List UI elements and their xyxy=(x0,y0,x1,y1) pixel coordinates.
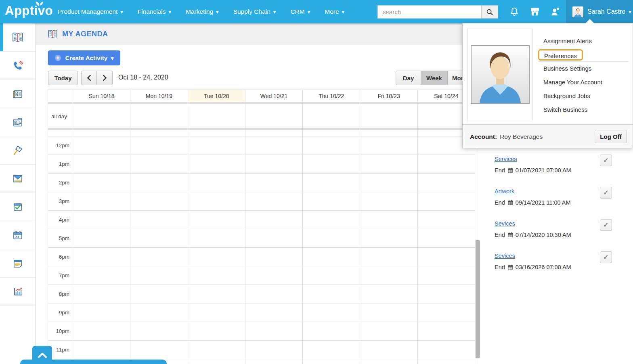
calendar-cell[interactable] xyxy=(188,229,245,247)
calendar-cell[interactable] xyxy=(245,359,303,364)
calendar-cell[interactable] xyxy=(130,104,188,128)
calendar-cell[interactable] xyxy=(73,174,130,192)
calendar-cell[interactable] xyxy=(303,130,360,136)
calendar-cell[interactable] xyxy=(418,155,475,173)
complete-check-button[interactable] xyxy=(600,219,612,231)
calendar-cell[interactable] xyxy=(73,192,130,210)
calendar-cell[interactable] xyxy=(130,174,188,192)
nav-menu-item[interactable]: More xyxy=(325,8,344,15)
calendar-cell[interactable] xyxy=(245,322,303,340)
calendar-cell[interactable] xyxy=(418,303,475,322)
calendar-cell[interactable] xyxy=(360,130,417,136)
calendar-cell[interactable] xyxy=(73,322,130,340)
calendar-cell[interactable] xyxy=(303,211,360,229)
user-menu-item[interactable]: Business Settings xyxy=(543,62,629,75)
sidebar-item-reports[interactable] xyxy=(0,278,35,306)
calendar-cell[interactable] xyxy=(130,266,188,285)
nav-menu-item[interactable]: Financials xyxy=(138,8,171,15)
task-link[interactable]: Sevices xyxy=(495,220,515,227)
calendar-cell[interactable] xyxy=(360,341,417,359)
user-menu-item[interactable]: Switch Business xyxy=(543,103,629,117)
calendar-cell[interactable] xyxy=(245,248,303,266)
calendar-cell[interactable] xyxy=(360,104,417,128)
calendar-cell[interactable] xyxy=(188,136,245,155)
calendar-cell[interactable] xyxy=(73,341,130,359)
calendar-cell[interactable] xyxy=(245,211,303,229)
complete-check-button[interactable] xyxy=(600,187,612,199)
calendar-cell[interactable] xyxy=(245,174,303,192)
calendar-cell[interactable] xyxy=(188,303,245,322)
view-week-button[interactable]: Week xyxy=(421,71,448,85)
user-menu-item[interactable]: Background Jobs xyxy=(543,89,629,103)
calendar-cell[interactable] xyxy=(360,136,417,155)
calendar-cell[interactable] xyxy=(303,248,360,266)
calendar-cell[interactable] xyxy=(188,192,245,210)
calendar-cell[interactable] xyxy=(73,229,130,247)
calendar-cell[interactable] xyxy=(360,155,417,173)
calendar-cell[interactable] xyxy=(73,211,130,229)
sidebar-item-pins[interactable] xyxy=(0,136,35,165)
calendar-cell[interactable] xyxy=(418,266,475,285)
calendar-cell[interactable] xyxy=(130,136,188,155)
scroll-to-top-button[interactable] xyxy=(32,346,52,364)
user-menu-item[interactable]: Assignment Alerts xyxy=(543,34,629,48)
user-menu-trigger[interactable]: Sarah Castro xyxy=(566,0,633,23)
calendar-cell[interactable] xyxy=(245,136,303,155)
calendar-cell[interactable] xyxy=(130,341,188,359)
calendar-cell[interactable] xyxy=(245,192,303,210)
calendar-cell[interactable] xyxy=(188,174,245,192)
complete-check-button[interactable] xyxy=(600,251,612,263)
calendar-cell[interactable] xyxy=(188,104,245,128)
sidebar-item-calls[interactable] xyxy=(0,52,35,80)
task-link[interactable]: Services xyxy=(495,156,517,162)
calendar-cell[interactable] xyxy=(130,192,188,210)
calendar-cell[interactable] xyxy=(303,104,360,128)
calendar-cell[interactable] xyxy=(188,211,245,229)
nav-menu-item[interactable]: Marketing xyxy=(186,8,219,15)
search-button[interactable] xyxy=(481,5,498,19)
calendar-cell[interactable] xyxy=(303,359,360,364)
calendar-cell[interactable] xyxy=(360,285,417,303)
calendar-cell[interactable] xyxy=(188,130,245,136)
calendar-cell[interactable] xyxy=(73,136,130,155)
calendar-cell[interactable] xyxy=(418,229,475,247)
sidebar-item-emails[interactable] xyxy=(0,165,35,193)
calendar-cell[interactable] xyxy=(360,248,417,266)
calendar-cell[interactable] xyxy=(360,359,417,364)
calendar-cell[interactable] xyxy=(73,285,130,303)
calendar-cell[interactable] xyxy=(188,155,245,173)
calendar-cell[interactable] xyxy=(360,266,417,285)
complete-check-button[interactable] xyxy=(600,155,612,166)
calendar-cell[interactable] xyxy=(188,248,245,266)
calendar-cell[interactable] xyxy=(188,341,245,359)
calendar-cell[interactable] xyxy=(418,359,475,364)
calendar-scrollbar-thumb[interactable] xyxy=(476,240,480,358)
sidebar-item-calendar[interactable]: 31 xyxy=(0,221,35,249)
calendar-cell[interactable] xyxy=(360,192,417,210)
calendar-cell[interactable] xyxy=(245,130,303,136)
nav-menu-item[interactable]: Supply Chain xyxy=(233,8,276,15)
calendar-cell[interactable] xyxy=(303,341,360,359)
calendar-cell[interactable] xyxy=(73,130,130,136)
calendar-cell[interactable] xyxy=(418,322,475,340)
task-link[interactable]: Sevices xyxy=(495,253,515,259)
calendar-cell[interactable] xyxy=(303,266,360,285)
calendar-cell[interactable] xyxy=(188,322,245,340)
calendar-cell[interactable] xyxy=(130,130,188,136)
nav-menu-item[interactable]: CRM xyxy=(290,8,310,15)
user-menu-item[interactable]: Manage Your Account xyxy=(543,75,629,89)
calendar-cell[interactable] xyxy=(73,266,130,285)
calendar-cell[interactable] xyxy=(418,341,475,359)
view-day-button[interactable]: Day xyxy=(396,71,421,85)
calendar-cell[interactable] xyxy=(130,248,188,266)
calendar-cell[interactable] xyxy=(245,285,303,303)
calendar-cell[interactable] xyxy=(360,229,417,247)
notifications-button[interactable] xyxy=(505,0,523,23)
calendar-cell[interactable] xyxy=(303,285,360,303)
calendar-cell[interactable] xyxy=(245,104,303,128)
calendar-cell[interactable] xyxy=(303,229,360,247)
calendar-cell[interactable] xyxy=(130,229,188,247)
prev-week-button[interactable] xyxy=(81,71,97,85)
calendar-cell[interactable] xyxy=(303,136,360,155)
calendar-cell[interactable] xyxy=(245,229,303,247)
